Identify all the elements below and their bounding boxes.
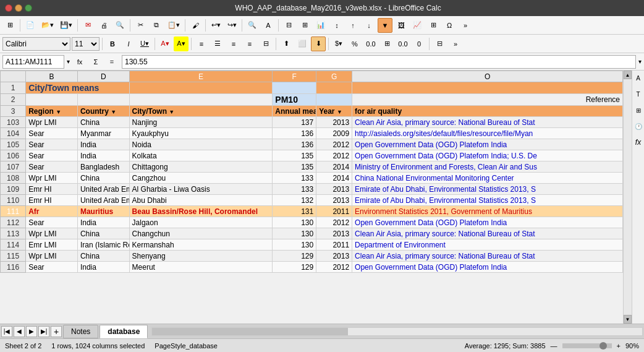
undo-btn[interactable]: ↩▾: [208, 18, 223, 33]
underline-btn[interactable]: U▾: [137, 36, 152, 51]
country-cell[interactable]: China: [77, 228, 129, 239]
year-cell[interactable]: 2012: [316, 217, 352, 228]
border-btn[interactable]: ⊟: [432, 36, 447, 51]
print-preview-btn[interactable]: 🔍: [112, 18, 127, 33]
col-header-o[interactable]: O: [352, 71, 623, 82]
region-cell[interactable]: Emr HI: [26, 184, 78, 195]
formula-input[interactable]: [122, 55, 636, 69]
chart2-btn[interactable]: 📈: [410, 18, 425, 33]
cell-3-year[interactable]: Year ▼: [316, 106, 352, 117]
font-color-btn[interactable]: A▾: [158, 36, 172, 51]
chart-btn[interactable]: 📊: [313, 18, 328, 33]
col-header-g[interactable]: G: [316, 71, 352, 82]
city-cell[interactable]: Kermanshah: [129, 239, 273, 251]
reference-cell[interactable]: Emirate of Abu Dhabi, Environmental Stat…: [352, 184, 623, 195]
year-cell[interactable]: 2013: [316, 228, 352, 239]
reference-cell[interactable]: China National Environmental Monitoring …: [352, 173, 623, 184]
cell-2-g[interactable]: [316, 94, 352, 106]
func-wizard-btn[interactable]: fx: [72, 54, 87, 69]
region-cell[interactable]: Sear: [26, 128, 78, 139]
cut-btn[interactable]: ✂: [133, 18, 148, 33]
year-cell[interactable]: 2012: [316, 150, 352, 161]
sidebar-navigator-icon[interactable]: ⊞: [633, 105, 643, 115]
year-cell[interactable]: 2011: [316, 206, 352, 217]
valign-mid-btn[interactable]: ⬜: [295, 36, 310, 51]
add-sheet-btn[interactable]: +: [51, 326, 62, 337]
align-center-btn[interactable]: ☰: [210, 36, 225, 51]
vertical-scrollbar[interactable]: ▲ ▼: [623, 71, 632, 324]
reference-cell[interactable]: Clean Air Asia, primary source: National…: [352, 228, 623, 239]
reference-cell[interactable]: Clean Air Asia, primary source: National…: [352, 251, 623, 262]
region-cell[interactable]: Wpr LMI: [26, 228, 78, 239]
year-filter-icon[interactable]: ▼: [337, 109, 342, 115]
country-cell[interactable]: Bangladesh: [77, 161, 129, 173]
city-cell[interactable]: Nanjing: [129, 117, 273, 128]
sort-asc-btn[interactable]: ↑: [345, 18, 360, 33]
city-cell[interactable]: Noida: [129, 139, 273, 150]
region-cell[interactable]: Sear: [26, 262, 78, 273]
region-filter-icon[interactable]: ▼: [56, 109, 61, 115]
region-cell[interactable]: Wpr LMI: [26, 173, 78, 184]
col-header-d[interactable]: D: [77, 71, 129, 82]
city-cell[interactable]: Chittagong: [129, 161, 273, 173]
country-cell[interactable]: United Arab Emirates: [77, 195, 129, 206]
city-cell[interactable]: Al Gharbia - Liwa Oasis: [129, 184, 273, 195]
table-btn[interactable]: ⊞: [426, 18, 441, 33]
currency-btn[interactable]: $▾: [331, 36, 346, 51]
sheet-scroll[interactable]: B D E F G O 1 City/Town: [0, 71, 623, 324]
value-cell[interactable]: 129: [273, 262, 316, 273]
year-cell[interactable]: 2013: [316, 195, 352, 206]
value-cell[interactable]: 135: [273, 150, 316, 161]
valign-bot-btn[interactable]: ⬇: [311, 36, 326, 51]
font-size-select[interactable]: 11: [72, 37, 100, 51]
value-cell[interactable]: 130: [273, 239, 316, 251]
highlight-btn[interactable]: A▾: [174, 36, 189, 51]
email-btn[interactable]: ✉: [80, 18, 95, 33]
reference-cell[interactable]: Open Government Data (OGD) Platefom Indi…: [352, 262, 623, 273]
justify-btn[interactable]: ≡: [242, 36, 257, 51]
col-header-btn[interactable]: ⊟: [281, 18, 296, 33]
year-cell[interactable]: 2013: [316, 251, 352, 262]
tab-nav-prev[interactable]: ◀: [14, 326, 25, 337]
zoom-slider[interactable]: [562, 343, 612, 348]
region-cell[interactable]: Emr HI: [26, 195, 78, 206]
region-cell[interactable]: Sear: [26, 217, 78, 228]
value-cell[interactable]: 131: [273, 206, 316, 217]
col-header-e[interactable]: E: [129, 71, 273, 82]
year-cell[interactable]: 2014: [316, 161, 352, 173]
cell-3-value[interactable]: Annual mean, ug/m3 ▼: [273, 106, 316, 117]
city-cell[interactable]: Jalgaon: [129, 217, 273, 228]
autofilter-btn[interactable]: ▼: [378, 18, 392, 33]
bold-btn[interactable]: B: [105, 36, 120, 51]
city-filter-icon[interactable]: ▼: [169, 109, 174, 115]
print-btn[interactable]: 🖨: [96, 18, 111, 33]
region-cell[interactable]: Sear: [26, 139, 78, 150]
cell-2-d[interactable]: [77, 94, 129, 106]
country-cell[interactable]: China: [77, 117, 129, 128]
reference-cell[interactable]: Ministry of Environment and Forests, Cle…: [352, 161, 623, 173]
percent-btn[interactable]: %: [347, 36, 362, 51]
value-cell[interactable]: 133: [273, 184, 316, 195]
align-right-btn[interactable]: ≡: [226, 36, 241, 51]
city-cell[interactable]: Abu Dhabi: [129, 195, 273, 206]
sidebar-gallery-icon[interactable]: T: [633, 89, 643, 99]
maximize-button[interactable]: [25, 4, 32, 12]
year-cell[interactable]: 2009: [316, 128, 352, 139]
year-cell[interactable]: 2014: [316, 173, 352, 184]
tab-nav-next[interactable]: ▶: [26, 326, 37, 337]
country-cell[interactable]: India: [77, 262, 129, 273]
city-cell[interactable]: Shenyang: [129, 251, 273, 262]
col-header-b[interactable]: B: [26, 71, 78, 82]
city-cell[interactable]: Meerut: [129, 262, 273, 273]
value-cell[interactable]: 137: [273, 117, 316, 128]
font-name-select[interactable]: Calibri: [2, 37, 70, 51]
sidebar-styles-icon[interactable]: A: [633, 73, 643, 83]
clone-format-btn[interactable]: 🖌: [188, 18, 203, 33]
reference-cell[interactable]: Department of Environment: [352, 239, 623, 251]
country-cell[interactable]: China: [77, 251, 129, 262]
inc-dec-btn[interactable]: 0.0: [396, 36, 410, 51]
year-cell[interactable]: 2011: [316, 239, 352, 251]
sidebar-fx-icon[interactable]: fx: [633, 137, 643, 147]
cell-1-f[interactable]: [273, 82, 316, 94]
spell-btn[interactable]: A: [261, 18, 276, 33]
